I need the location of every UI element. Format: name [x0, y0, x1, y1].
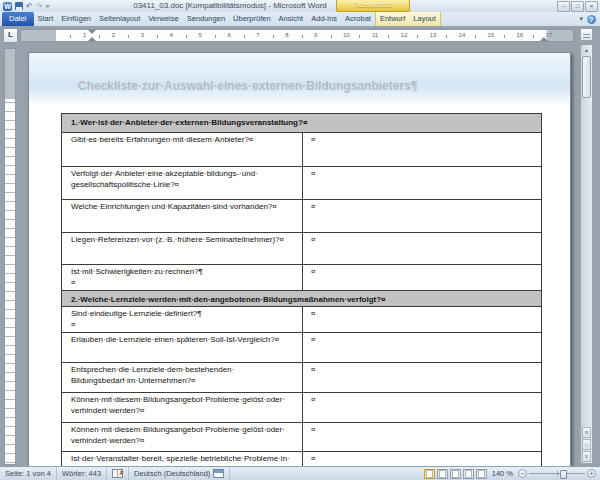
minimize-icon[interactable]: –	[557, 1, 570, 12]
table-row[interactable]: Gibt·​es·​bereits·​Erfahrungen·​mit·​die…	[61, 133, 542, 167]
ruler-tick	[244, 35, 245, 38]
document-workspace: L 1234567891011121314151617 Checkliste·​…	[0, 26, 600, 467]
ribbon-tab-seitenlayout[interactable]: Seitenlayout	[95, 12, 144, 26]
question-cell[interactable]: Welche·​Einrichtungen·​und·​Kapazitäten·…	[62, 200, 303, 232]
page-indicator[interactable]: Seite: 1 von 4	[0, 467, 57, 480]
ribbon-tab-verweise[interactable]: Verweise	[144, 12, 182, 26]
zoom-level[interactable]: 140 %	[489, 469, 516, 478]
answer-cell[interactable]: ¤	[303, 423, 541, 451]
proofing-error-icon: ✗	[119, 467, 124, 480]
document-page[interactable]: Checkliste·​zur·​Auswahl·​eines·​externe…	[28, 52, 571, 467]
question-cell[interactable]: Verfolgt·​der·​Anbieter·​eine·​akzeptabl…	[62, 167, 303, 199]
table-section-header-row[interactable]: 2.·​Welche·​Lernziele·​werden·​mit·​den·…	[61, 291, 542, 307]
ribbon-tab-sendungen[interactable]: Sendungen	[183, 12, 229, 26]
ribbon-tab-acrobat[interactable]: Acrobat	[341, 12, 375, 26]
zoom-slider[interactable]	[529, 469, 585, 478]
table-row[interactable]: Können·​mit·​diesem·​Bildungsangebot·​Pr…	[61, 393, 542, 423]
undo-icon[interactable]: ↶	[26, 2, 33, 11]
ruler-tick	[128, 35, 129, 38]
answer-cell[interactable]: ¤	[303, 452, 541, 467]
question-cell[interactable]: Ist·​der·​Veranstalter·​bereit,·​speziel…	[62, 452, 303, 467]
table-row[interactable]: Können·​mit·​diesem·​Bildungsangebot·​Pr…	[61, 423, 542, 452]
word-count[interactable]: Wörter: 443	[57, 467, 107, 480]
table-row[interactable]: Ist·​mit·​Schwierigkeiten·​zu·​rechnen?¶…	[61, 265, 542, 291]
ruler-number: 2	[112, 32, 115, 38]
vertical-ruler[interactable]	[4, 48, 16, 465]
question-cell[interactable]: Können·​mit·​diesem·​Bildungsangebot·​Pr…	[62, 393, 303, 422]
tab-stop-selector[interactable]: L	[3, 28, 18, 43]
horizontal-ruler[interactable]: 1234567891011121314151617	[20, 29, 574, 42]
table-row[interactable]: Welche·​Einrichtungen·​und·​Kapazitäten·…	[61, 200, 542, 233]
ribbon-tab--berpr-fen[interactable]: Überprüfen	[229, 12, 275, 26]
view-print-layout-button[interactable]	[424, 469, 435, 479]
table-row[interactable]: Sind·​eindeutige·​Lernziele·​definiert?¶…	[61, 307, 542, 333]
document-heading[interactable]: Checkliste·​zur·​Auswahl·​eines·​externe…	[78, 79, 417, 93]
answer-cell[interactable]: ¤	[303, 333, 541, 362]
scroll-up-icon[interactable]: ▲	[581, 45, 592, 55]
answer-cell[interactable]: ¤	[303, 393, 541, 422]
table-row[interactable]: Ist·​der·​Veranstalter·​bereit,·​speziel…	[61, 452, 542, 467]
table-row[interactable]: Erlauben·​die·​Lernziele·​einen·​spätere…	[61, 333, 542, 363]
help-icon[interactable]: ?	[587, 15, 596, 24]
scrollbar-thumb[interactable]	[582, 56, 591, 98]
question-cell[interactable]: Liegen·​Referenzen·​vor·​(z.·​B.·​früher…	[62, 233, 303, 264]
zoom-in-button[interactable]: +	[587, 469, 596, 478]
table-section-header-row[interactable]: 1.·​Wer·​ist·​der·​Anbieter·​der·​extern…	[61, 113, 542, 133]
ribbon-tab-entwurf[interactable]: Entwurf	[376, 12, 409, 26]
maximize-icon[interactable]: □	[571, 1, 584, 12]
previous-page-icon[interactable]: «	[582, 427, 591, 438]
language-indicator[interactable]: Deutsch (Deutschland)	[129, 467, 230, 480]
ruler-toggle-icon[interactable]	[580, 28, 593, 41]
answer-cell[interactable]: ¤	[303, 200, 541, 232]
qat-dropdown-icon[interactable]: ▾	[45, 2, 49, 11]
next-page-icon[interactable]: »	[582, 451, 591, 462]
view-draft-button[interactable]	[476, 469, 487, 479]
answer-cell[interactable]: ¤	[303, 363, 541, 392]
ribbon-tab-datei[interactable]: Datei	[2, 12, 34, 26]
question-cell[interactable]: Sind·​eindeutige·​Lernziele·​definiert?¶…	[62, 307, 303, 332]
proofing-status[interactable]: ✗	[107, 467, 129, 480]
ribbon-tab-add-ins[interactable]: Add-Ins	[307, 12, 341, 26]
word-logo-icon: W	[3, 2, 12, 11]
minimize-ribbon-icon[interactable]: ▾	[579, 15, 583, 23]
proofing-book-icon: ✗	[112, 469, 123, 478]
answer-cell[interactable]: ¤	[303, 233, 541, 264]
close-icon[interactable]: ×	[585, 1, 598, 12]
ribbon-tab-einf-gen[interactable]: Einfügen	[57, 12, 95, 26]
question-cell[interactable]: Ist·​mit·​Schwierigkeiten·​zu·​rechnen?¶…	[62, 265, 303, 290]
ribbon-tab-layout[interactable]: Layout	[409, 12, 440, 26]
vertical-scrollbar[interactable]: ▲ « ○ »	[580, 44, 593, 464]
section-header-cell[interactable]: 1.·​Wer·​ist·​der·​Anbieter·​der·​extern…	[62, 114, 541, 132]
select-browse-object-icon[interactable]: ○	[582, 439, 591, 450]
first-line-indent-marker[interactable]	[88, 30, 96, 34]
answer-cell[interactable]: ¤	[303, 133, 541, 166]
view-outline-button[interactable]	[463, 469, 474, 479]
ruler-tick	[99, 35, 100, 38]
redo-icon[interactable]: ↷	[36, 2, 43, 11]
ruler-number: 15	[488, 32, 495, 38]
section-header-cell[interactable]: 2.·​Welche·​Lernziele·​werden·​mit·​den·…	[62, 291, 541, 306]
zoom-out-button[interactable]: −	[518, 469, 527, 478]
view-fullscreen-reading-button[interactable]	[437, 469, 448, 479]
answer-cell[interactable]: ¤	[303, 307, 541, 332]
save-icon[interactable]	[15, 2, 23, 10]
zoom-slider-thumb[interactable]	[560, 470, 567, 479]
table-tools-badge[interactable]: Tabellentools	[336, 0, 410, 12]
print-layout-icon	[426, 470, 433, 478]
table-row[interactable]: Liegen·​Referenzen·​vor·​(z.·​B.·​früher…	[61, 233, 542, 265]
question-cell[interactable]: Gibt·​es·​bereits·​Erfahrungen·​mit·​die…	[62, 133, 303, 166]
ruler-number: 11	[372, 32, 378, 38]
view-web-layout-button[interactable]	[450, 469, 461, 479]
question-cell[interactable]: Erlauben·​die·​Lernziele·​einen·​spätere…	[62, 333, 303, 362]
answer-cell[interactable]: ¤	[303, 167, 541, 199]
ribbon-tab-start[interactable]: Start	[34, 12, 58, 26]
question-cell[interactable]: Können·​mit·​diesem·​Bildungsangebot·​Pr…	[62, 423, 303, 451]
ribbon-tab-ansicht[interactable]: Ansicht	[275, 12, 308, 26]
hanging-indent-marker[interactable]	[88, 37, 96, 41]
question-cell[interactable]: Entsprechen·​die·​Lernziele·​dem·​besteh…	[62, 363, 303, 392]
answer-cell[interactable]: ¤	[303, 265, 541, 290]
ruler-active-area: 1234567891011121314151617	[56, 30, 547, 41]
table-row[interactable]: Verfolgt·​der·​Anbieter·​eine·​akzeptabl…	[61, 167, 542, 200]
web-layout-icon	[452, 470, 459, 478]
table-row[interactable]: Entsprechen·​die·​Lernziele·​dem·​besteh…	[61, 363, 542, 393]
